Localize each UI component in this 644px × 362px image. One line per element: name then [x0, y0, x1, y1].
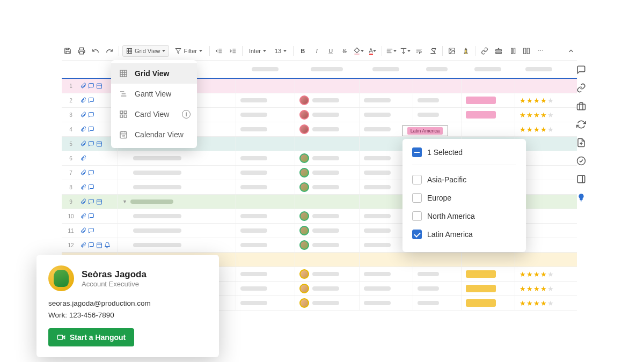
svg-rect-33 — [97, 142, 102, 146]
avatar[interactable] — [299, 269, 309, 279]
attachment-icon[interactable] — [80, 155, 86, 161]
italic-icon[interactable]: I — [311, 45, 323, 57]
avatar[interactable] — [299, 298, 309, 308]
comment-icon[interactable] — [88, 141, 94, 147]
briefcase-icon[interactable] — [576, 101, 587, 112]
attachment-icon[interactable] — [80, 184, 86, 190]
calendar-icon[interactable] — [96, 198, 103, 205]
comment-icon[interactable] — [88, 227, 94, 234]
attachment-icon[interactable] — [80, 141, 86, 147]
comment-icon[interactable] — [88, 169, 94, 176]
valign-icon[interactable] — [399, 45, 411, 57]
font-family-dropdown[interactable]: Inter — [246, 45, 269, 57]
fill-color-icon[interactable] — [353, 45, 364, 57]
more-icon[interactable]: ⋯ — [535, 45, 546, 57]
avatar[interactable] — [299, 110, 309, 120]
filter-dropdown[interactable]: Filter — [171, 45, 206, 57]
merge-icon[interactable] — [521, 45, 532, 57]
info-icon[interactable]: i — [182, 110, 191, 119]
view-option-calendar[interactable]: 31 Calendar View — [111, 124, 197, 145]
refresh-icon[interactable] — [576, 119, 587, 130]
region-option[interactable]: North America — [412, 207, 516, 225]
undo-icon[interactable] — [90, 45, 101, 57]
checkbox-icon[interactable] — [412, 175, 422, 184]
region-option[interactable]: Asia-Pacific — [412, 171, 516, 189]
export-icon[interactable] — [576, 137, 587, 148]
comment-icon[interactable] — [88, 213, 94, 219]
redo-icon[interactable] — [104, 45, 115, 57]
region-tag[interactable] — [466, 299, 496, 307]
outdent-icon[interactable] — [213, 45, 225, 57]
print-icon[interactable] — [76, 45, 87, 57]
view-option-grid[interactable]: Grid View — [111, 63, 197, 84]
view-option-gantt[interactable]: Gantt View — [111, 84, 197, 104]
attachment-icon[interactable] — [80, 83, 86, 89]
comment-icon[interactable] — [88, 126, 94, 132]
start-hangout-button[interactable]: Start a Hangout — [48, 328, 134, 346]
view-dropdown[interactable]: Grid View — [122, 45, 169, 57]
attachment-icon[interactable] — [80, 97, 86, 104]
comments-panel-icon[interactable] — [576, 64, 587, 75]
region-option[interactable]: Europe — [412, 189, 516, 207]
attachment-icon[interactable] — [80, 112, 86, 118]
insert-row-icon[interactable] — [493, 45, 504, 57]
attachment-icon[interactable] — [80, 242, 86, 248]
comment-icon[interactable] — [88, 97, 94, 104]
attachments-panel-icon[interactable] — [576, 83, 587, 93]
text-color-icon[interactable]: A — [367, 45, 378, 57]
bold-icon[interactable]: B — [297, 45, 309, 57]
region-tag[interactable] — [466, 111, 496, 119]
avatar[interactable] — [299, 226, 309, 235]
avatar[interactable] — [299, 240, 309, 250]
avatar[interactable] — [299, 284, 309, 293]
avatar[interactable] — [299, 95, 309, 105]
strikethrough-icon[interactable]: S — [339, 45, 350, 57]
view-option-card[interactable]: Card View i — [111, 104, 197, 124]
underline-icon[interactable]: U — [325, 45, 336, 57]
avatar[interactable] — [299, 182, 309, 192]
insert-col-icon[interactable] — [507, 45, 518, 57]
checkbox-icon[interactable] — [412, 193, 422, 203]
selected-cell[interactable]: Latin America — [402, 125, 448, 136]
collapse-toolbar-icon[interactable] — [565, 45, 577, 57]
calendar-icon[interactable] — [96, 242, 103, 248]
highlight-icon[interactable] — [460, 45, 472, 57]
comment-icon[interactable] — [88, 112, 94, 118]
avatar[interactable] — [299, 168, 309, 178]
comment-icon[interactable] — [88, 184, 94, 190]
panel-icon[interactable] — [576, 174, 587, 184]
attachment-icon[interactable] — [80, 198, 86, 205]
font-size-dropdown[interactable]: 13 — [272, 45, 290, 57]
indeterminate-checkbox-icon[interactable] — [412, 147, 422, 157]
calendar-icon[interactable] — [96, 83, 103, 89]
attachment-icon[interactable] — [80, 169, 86, 176]
calendar-icon[interactable] — [96, 141, 103, 147]
region-tag[interactable] — [466, 285, 496, 292]
link-icon[interactable] — [479, 45, 491, 57]
checkbox-icon[interactable] — [412, 211, 422, 221]
region-tag[interactable] — [466, 97, 496, 104]
collapse-icon[interactable]: ▼ — [122, 199, 127, 204]
checkbox-checked-icon[interactable] — [412, 230, 422, 239]
svg-text:31: 31 — [122, 135, 126, 138]
attachment-icon[interactable] — [80, 126, 86, 132]
activity-icon[interactable] — [576, 156, 587, 166]
avatar[interactable] — [299, 153, 309, 163]
indent-icon[interactable] — [227, 45, 239, 57]
comment-icon[interactable] — [88, 83, 94, 89]
avatar[interactable] — [299, 124, 309, 134]
avatar[interactable] — [299, 211, 309, 221]
clear-format-icon[interactable] — [427, 45, 439, 57]
save-icon[interactable] — [62, 45, 74, 57]
attachment-icon[interactable] — [80, 213, 86, 219]
region-tag[interactable] — [466, 270, 496, 278]
comment-icon[interactable] — [88, 242, 94, 248]
attachment-icon[interactable] — [80, 227, 86, 234]
wrap-icon[interactable] — [413, 45, 425, 57]
reminder-icon[interactable] — [104, 242, 111, 248]
align-icon[interactable] — [385, 45, 397, 57]
help-icon[interactable] — [576, 192, 587, 203]
region-option[interactable]: Latin America — [412, 225, 516, 243]
comment-icon[interactable] — [88, 198, 94, 205]
image-icon[interactable] — [446, 45, 458, 57]
